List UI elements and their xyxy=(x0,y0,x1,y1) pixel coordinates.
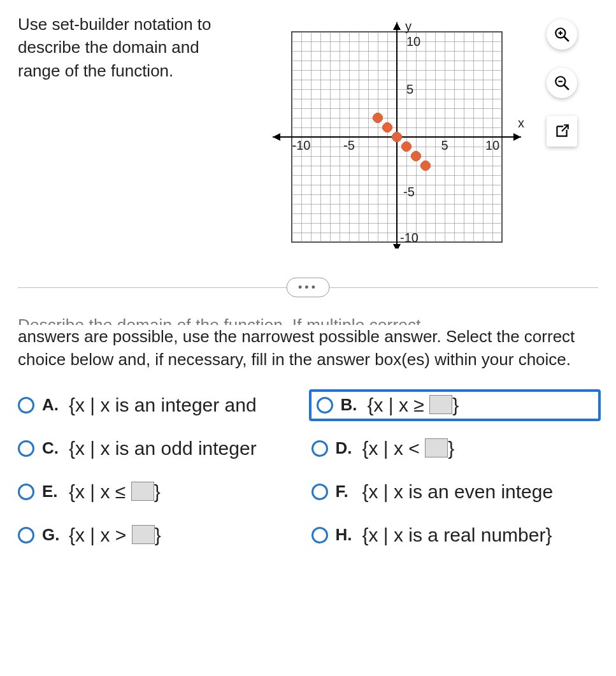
function-graph: -10 -5 5 10 10 5 -5 -10 y x xyxy=(260,19,527,248)
choice-letter: H. xyxy=(336,525,355,545)
radio-c[interactable] xyxy=(18,440,34,457)
answer-input-d[interactable] xyxy=(425,438,448,457)
svg-point-56 xyxy=(382,122,392,133)
svg-point-60 xyxy=(420,161,431,171)
choice-letter: A. xyxy=(42,395,61,415)
choice-text: {x | x > } xyxy=(69,524,161,546)
section-divider: ••• xyxy=(18,287,598,288)
radio-e[interactable] xyxy=(18,484,34,500)
choice-b[interactable]: B. {x | x ≥ } xyxy=(309,389,601,421)
svg-marker-45 xyxy=(393,22,401,30)
choice-c[interactable]: C. {x | x is an odd integer xyxy=(18,438,305,459)
choice-letter: E. xyxy=(42,482,61,501)
choice-text: {x | x is a real number} xyxy=(362,524,552,546)
svg-marker-46 xyxy=(393,244,401,248)
choice-text: {x | x ≥ } xyxy=(368,394,459,416)
cutoff-text: Describe the domain of the function. If … xyxy=(18,313,598,325)
radio-f[interactable] xyxy=(312,484,328,500)
choice-prefix: {x | x ≤ xyxy=(69,481,131,502)
svg-marker-43 xyxy=(513,133,521,141)
choice-text: {x | x is an odd integer xyxy=(69,438,257,459)
choice-text: {x | x ≤ } xyxy=(69,481,161,503)
svg-text:-5: -5 xyxy=(403,185,415,199)
choice-d[interactable]: D. {x | x < } xyxy=(312,438,599,459)
choice-suffix: } xyxy=(154,481,161,502)
svg-line-62 xyxy=(564,36,569,41)
radio-a[interactable] xyxy=(18,397,34,414)
choice-prefix: {x | x > xyxy=(69,524,132,545)
choice-suffix: } xyxy=(155,524,161,545)
choice-a[interactable]: A. {x | x is an integer and xyxy=(18,394,305,416)
choice-text: {x | x is an even intege xyxy=(362,481,554,503)
choice-prefix: {x | x ≥ xyxy=(368,394,430,415)
choice-letter: F. xyxy=(336,482,355,501)
answer-input-b[interactable] xyxy=(429,395,452,414)
answer-input-g[interactable] xyxy=(132,525,155,544)
zoom-in-button[interactable] xyxy=(547,19,577,50)
choice-letter: B. xyxy=(341,395,360,415)
svg-text:-10: -10 xyxy=(292,138,311,152)
choice-suffix: } xyxy=(448,438,454,459)
svg-marker-44 xyxy=(273,133,280,141)
svg-point-59 xyxy=(411,151,421,161)
answer-choices: A. {x | x is an integer and B. {x | x ≥ … xyxy=(18,394,598,546)
radio-h[interactable] xyxy=(312,527,328,543)
svg-text:10: 10 xyxy=(406,34,420,48)
svg-text:-10: -10 xyxy=(400,231,419,245)
choice-f[interactable]: F. {x | x is an even intege xyxy=(312,481,599,503)
radio-d[interactable] xyxy=(312,440,328,457)
svg-line-66 xyxy=(564,85,569,90)
zoom-out-button[interactable] xyxy=(547,68,577,98)
choice-letter: G. xyxy=(42,525,61,545)
zoom-out-icon xyxy=(554,75,570,91)
radio-b[interactable] xyxy=(317,397,333,414)
question-prompt: Use set-builder notation to describe the… xyxy=(18,13,241,82)
answer-input-e[interactable] xyxy=(131,482,154,501)
choice-h[interactable]: H. {x | x is a real number} xyxy=(312,524,599,546)
choice-e[interactable]: E. {x | x ≤ } xyxy=(18,481,305,503)
zoom-in-icon xyxy=(554,26,570,43)
open-external-icon xyxy=(554,123,570,140)
choice-letter: D. xyxy=(336,438,355,458)
expand-button[interactable]: ••• xyxy=(286,278,330,298)
open-external-button[interactable] xyxy=(547,116,577,147)
y-axis-label: y xyxy=(405,19,412,33)
choice-suffix: } xyxy=(452,394,459,415)
x-axis-label: x xyxy=(518,116,524,130)
choice-text: {x | x is an integer and xyxy=(69,394,257,416)
svg-text:-5: -5 xyxy=(343,138,355,152)
svg-text:5: 5 xyxy=(406,82,413,96)
svg-point-55 xyxy=(373,113,383,123)
svg-text:10: 10 xyxy=(485,138,499,152)
instruction-text: answers are possible, use the narrowest … xyxy=(18,325,598,371)
choice-text: {x | x < } xyxy=(362,438,455,459)
radio-g[interactable] xyxy=(18,527,34,543)
svg-text:5: 5 xyxy=(441,138,448,152)
choice-g[interactable]: G. {x | x > } xyxy=(18,524,305,546)
choice-prefix: {x | x < xyxy=(362,438,426,459)
svg-point-57 xyxy=(392,132,402,142)
choice-letter: C. xyxy=(42,438,61,458)
svg-point-58 xyxy=(401,141,412,152)
